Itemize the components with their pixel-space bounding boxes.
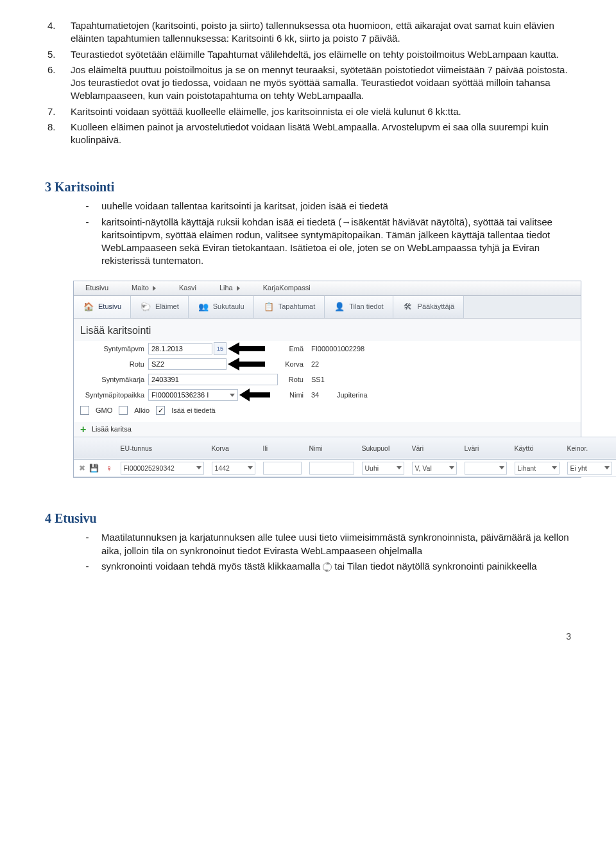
th-korva[interactable]: Korva [208, 437, 259, 459]
nav-label: Kasvi [179, 283, 196, 293]
calendar-icon[interactable]: 15 [214, 342, 227, 355]
form-title: Lisää karitsointi [74, 319, 581, 342]
label-syntymapvm: Syntymäpvm [80, 344, 148, 354]
cal-text: 15 [217, 345, 223, 353]
label-gmo: GMO [96, 406, 112, 415]
list-item: 6. Jos eläimeltä puuttuu poistoilmoitus … [45, 64, 571, 103]
annotation-arrow [227, 358, 278, 370]
item-number: 8. [45, 121, 71, 147]
chevron-right-icon [153, 286, 156, 291]
cell-sukupuoli[interactable]: Uuhi [362, 462, 404, 475]
nav-label: KarjaKompassi [263, 283, 311, 293]
list-item: - karitsointi-näytöllä käyttäjä ruksii k… [73, 216, 571, 268]
checkbox-gmo[interactable] [80, 406, 89, 415]
topnav-liha[interactable]: Liha [208, 281, 252, 295]
sync-icon[interactable] [323, 563, 332, 572]
input-rotu[interactable]: SZ2 [148, 358, 227, 370]
list-item: - synkronointi voidaan tehdä myös tästä … [73, 560, 571, 573]
label-rotu: Rotu [80, 360, 148, 369]
heading-etusivu: 4 Etusivu [45, 510, 571, 527]
cell-keinor[interactable]: Ei yht [567, 462, 612, 475]
label-alkio: Alkio [134, 406, 150, 415]
checkbox-alkio[interactable] [119, 406, 128, 415]
cell-kaytto[interactable]: Lihant [515, 462, 560, 475]
value-ema: FI000001002298 [307, 344, 364, 354]
text-part: tai Tilan tiedot näytöllä synkronointi p… [332, 561, 536, 572]
item-text: Karitsointi voidaan syöttää kuolleelle e… [71, 105, 571, 118]
label-nimi: Nimi [278, 390, 307, 400]
topnav-karjakompassi[interactable]: KarjaKompassi [252, 281, 322, 295]
female-icon: ♀ [106, 463, 113, 473]
item-text: synkronointi voidaan tehdä myös tästä kl… [101, 560, 571, 573]
page-number: 3 [45, 631, 571, 643]
plus-icon: + [80, 425, 89, 434]
cell-nimi[interactable] [309, 462, 354, 475]
input-syntymapvm[interactable]: 28.1.2013 [148, 343, 212, 354]
tab-elaimet[interactable]: 🐑Eläimet [131, 296, 189, 318]
th-vari[interactable]: Väri [408, 437, 461, 459]
tab-tilan-tiedot[interactable]: 👤Tilan tiedot [325, 296, 393, 318]
add-label: Lisää karitsa [92, 424, 132, 434]
top-nav: Etusivu Maito Kasvi Liha KarjaKompassi [74, 281, 581, 296]
tab-bar: 🏠Etusivu 🐑Eläimet 👥Sukutaulu 📋Tapahtumat… [74, 296, 581, 319]
app-screenshot: Etusivu Maito Kasvi Liha KarjaKompassi 🏠… [73, 281, 581, 478]
item-number: 5. [45, 48, 71, 61]
sheep-icon: 🐑 [140, 301, 151, 313]
list-item: 8. Kuolleen eläimen painot ja arvostelut… [45, 121, 571, 147]
topnav-maito[interactable]: Maito [120, 281, 167, 295]
tab-sukutaulu[interactable]: 👥Sukutaulu [189, 296, 254, 318]
cell-eu[interactable]: FI000025290342 [121, 462, 204, 475]
topnav-etusivu[interactable]: Etusivu [74, 281, 120, 295]
th-keinor[interactable]: Keinor. [563, 437, 616, 459]
cell-value: 1442 [215, 464, 230, 473]
th-lvari[interactable]: Lväri [461, 437, 511, 459]
item-text: Jos eläimeltä puuttuu poistoilmoitus ja … [71, 64, 571, 103]
cell-korva[interactable]: 1442 [212, 462, 255, 475]
topnav-kasvi[interactable]: Kasvi [167, 281, 208, 295]
item-text: Maatilatunnuksen ja karjatunnuksen alle … [101, 531, 571, 557]
svg-marker-1 [228, 358, 265, 371]
karitsa-table: EU-tunnus Korva Ili Nimi Sukupuol Väri L… [74, 437, 616, 477]
chevron-right-icon [237, 286, 240, 291]
save-row-icon[interactable]: 💾 [89, 464, 98, 473]
value-rotu2: SS1 [307, 375, 325, 385]
add-karitsa-button[interactable]: + Lisää karitsa [74, 422, 581, 437]
nav-label: Maito [132, 283, 149, 293]
tab-paakayttaja[interactable]: 🛠Pääkäyttäjä [393, 296, 464, 318]
th-ili[interactable]: Ili [259, 437, 305, 459]
select-syntymapitopaikka[interactable]: FI000001536236 I [148, 389, 238, 401]
cell-vari[interactable]: V, Val [412, 462, 457, 475]
value-korva: 22 [307, 360, 319, 369]
input-syntymakarja[interactable]: 2403391 [148, 374, 278, 385]
farm-icon: 👤 [334, 301, 345, 313]
svg-marker-2 [239, 389, 270, 401]
item-text: Tapahtumatietojen (karitsointi, poisto j… [71, 19, 571, 46]
item-text: Teurastiedot syötetään eläimille Tapahtu… [71, 48, 571, 61]
cell-lvari[interactable] [465, 462, 507, 475]
numbered-list: 4. Tapahtumatietojen (karitsointi, poist… [45, 19, 571, 146]
tab-etusivu[interactable]: 🏠Etusivu [74, 296, 131, 318]
item-text: karitsointi-näytöllä käyttäjä ruksii koh… [101, 216, 571, 268]
label-syntymakarja: Syntymäkarja [80, 375, 148, 385]
item-number: 7. [45, 105, 71, 118]
cell-value: Lihant [518, 464, 536, 473]
label-rotu2: Rotu [278, 375, 307, 385]
cell-value: FI000025290342 [124, 464, 175, 473]
dash-list: - uuhelle voidaan tallentaa karitsointi … [73, 200, 571, 267]
th-eu[interactable]: EU-tunnus [117, 437, 208, 459]
value-nimi2: Jupiterina [330, 390, 368, 400]
delete-row-icon[interactable]: ✖ [78, 464, 87, 473]
tab-label: Sukutaulu [213, 302, 244, 311]
tab-tapahtumat[interactable]: 📋Tapahtumat [254, 296, 325, 318]
item-text: uuhelle voidaan tallentaa karitsointi ja… [101, 200, 571, 213]
checkbox-isaa-ei-tiedeta[interactable] [156, 406, 165, 415]
tab-label: Pääkäyttäjä [418, 302, 454, 311]
dash-list: - Maatilatunnuksen ja karjatunnuksen all… [73, 531, 571, 573]
tab-label: Eläimet [155, 302, 179, 311]
table-row: ✖💾 ♀ FI000025290342 1442 Uuhi V, Val Lih… [74, 460, 616, 477]
th-nimi[interactable]: Nimi [305, 437, 358, 459]
th-kaytto[interactable]: Käyttö [511, 437, 563, 459]
th-sukupuoli[interactable]: Sukupuol [358, 437, 408, 459]
tab-label: Tilan tiedot [349, 302, 383, 311]
cell-ili[interactable] [263, 462, 302, 475]
